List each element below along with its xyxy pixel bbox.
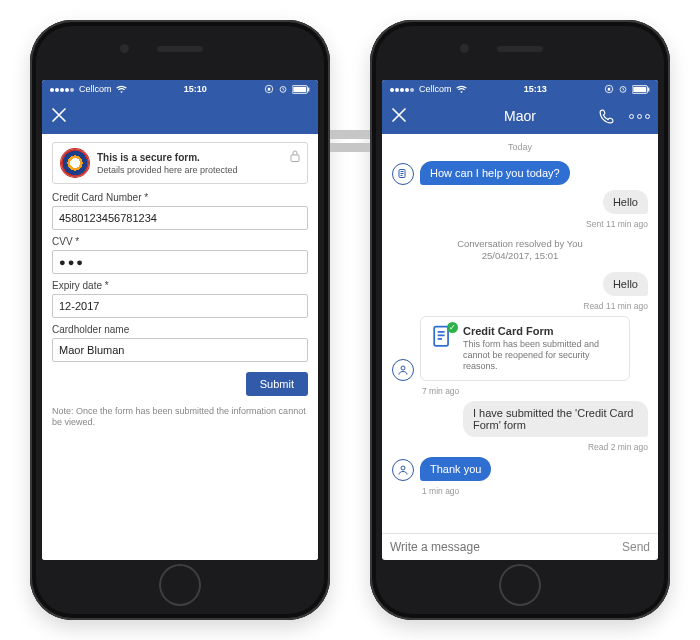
nav-bar <box>42 98 318 134</box>
message-row-user: Hello <box>392 190 648 214</box>
rotation-lock-icon <box>264 84 274 94</box>
clock: 15:13 <box>467 84 604 94</box>
close-icon[interactable] <box>390 106 410 126</box>
secure-subtitle: Details provided here are protected <box>97 165 238 175</box>
alarm-icon <box>278 84 288 94</box>
screen: Cellcom 15:13 Maor <box>382 80 658 560</box>
message-row-card: ✓ Credit Card Form This form has been su… <box>392 316 648 382</box>
screen: Cellcom 15:10 <box>42 80 318 560</box>
rotation-lock-icon <box>604 84 614 94</box>
message-meta: 1 min ago <box>422 486 648 496</box>
security-badge-icon <box>61 149 89 177</box>
cc-label: Credit Card Number * <box>52 192 308 203</box>
svg-rect-1 <box>268 88 271 91</box>
message-composer: Send <box>382 533 658 560</box>
lock-icon <box>289 149 301 165</box>
battery-icon <box>632 85 650 94</box>
message-meta: Sent 11 min ago <box>392 219 648 229</box>
user-message: I have submitted the 'Credit Card Form' … <box>463 401 648 437</box>
user-message: Hello <box>603 272 648 296</box>
agent-avatar-icon <box>392 359 414 381</box>
call-icon[interactable] <box>598 108 615 125</box>
cardholder-input[interactable]: Maor Bluman <box>52 338 308 362</box>
message-row-user: I have submitted the 'Credit Card Form' … <box>392 401 648 437</box>
clock: 15:10 <box>127 84 264 94</box>
secure-title: This is a secure form. <box>97 152 238 163</box>
status-bar: Cellcom 15:10 <box>42 80 318 98</box>
svg-rect-4 <box>293 86 306 91</box>
form-note: Note: Once the form has been submitted t… <box>52 406 308 429</box>
svg-point-16 <box>401 466 405 470</box>
status-bar: Cellcom 15:13 <box>382 80 658 98</box>
more-menu-icon[interactable] <box>629 114 650 119</box>
agent-avatar-icon <box>392 163 414 185</box>
home-button[interactable] <box>499 564 541 606</box>
day-separator: Today <box>392 142 648 152</box>
message-row-agent: Thank you <box>392 457 648 481</box>
svg-rect-5 <box>308 87 309 91</box>
cvv-input[interactable]: ●●● <box>52 250 308 274</box>
cc-input[interactable]: 4580123456781234 <box>52 206 308 230</box>
decorative-separator <box>330 130 370 154</box>
submit-button[interactable]: Submit <box>246 372 308 396</box>
form-area: This is a secure form. Details provided … <box>42 134 318 560</box>
secure-banner: This is a secure form. Details provided … <box>52 142 308 184</box>
close-icon[interactable] <box>50 106 70 126</box>
message-input[interactable] <box>390 540 614 554</box>
chat-scroll[interactable]: Today How can I help you today? Hello Se… <box>382 134 658 533</box>
svg-rect-6 <box>291 155 299 162</box>
user-message: Hello <box>603 190 648 214</box>
agent-message: How can I help you today? <box>420 161 570 185</box>
message-row-agent: How can I help you today? <box>392 161 648 185</box>
message-meta: Read 2 min ago <box>392 442 648 452</box>
svg-rect-11 <box>633 86 646 91</box>
nav-bar: Maor <box>382 98 658 134</box>
system-message: Conversation resolved by You 25/04/2017,… <box>392 238 648 263</box>
svg-point-14 <box>401 366 405 370</box>
svg-rect-8 <box>608 88 611 91</box>
cardholder-label: Cardholder name <box>52 324 308 335</box>
svg-rect-12 <box>648 87 649 91</box>
home-button[interactable] <box>159 564 201 606</box>
message-meta: 7 min ago <box>422 386 648 396</box>
expiry-input[interactable]: 12-2017 <box>52 294 308 318</box>
cvv-label: CVV * <box>52 236 308 247</box>
send-button[interactable]: Send <box>622 540 650 554</box>
carrier-label: Cellcom <box>79 84 112 94</box>
wifi-icon <box>116 85 127 93</box>
carrier-label: Cellcom <box>419 84 452 94</box>
phone-secure-form: Cellcom 15:10 <box>30 20 330 620</box>
message-row-user: Hello <box>392 272 648 296</box>
card-body-text: This form has been submitted and cannot … <box>463 339 621 373</box>
check-icon: ✓ <box>447 322 458 333</box>
battery-icon <box>292 85 310 94</box>
card-title: Credit Card Form <box>463 325 621 337</box>
wifi-icon <box>456 85 467 93</box>
alarm-icon <box>618 84 628 94</box>
signal-dots-icon <box>50 84 75 94</box>
form-icon: ✓ <box>429 325 455 373</box>
agent-avatar-icon <box>392 459 414 481</box>
form-card[interactable]: ✓ Credit Card Form This form has been su… <box>420 316 630 382</box>
phone-chat: Cellcom 15:13 Maor <box>370 20 670 620</box>
agent-message: Thank you <box>420 457 491 481</box>
expiry-label: Expiry date * <box>52 280 308 291</box>
signal-dots-icon <box>390 84 415 94</box>
message-meta: Read 11 min ago <box>392 301 648 311</box>
